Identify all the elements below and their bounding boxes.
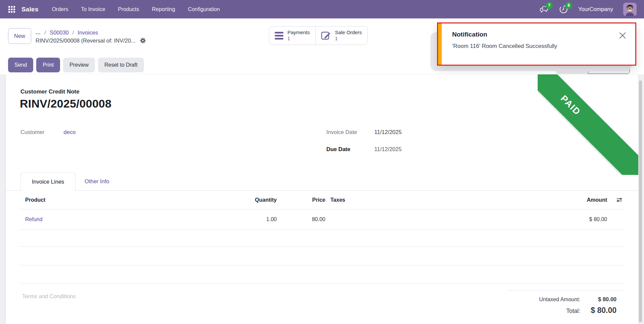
- notification-message: 'Room 116' Room Cancelled Successfully: [452, 43, 557, 50]
- invoice-form-sheet: PAID Customer Credit Note RINV/2025/0000…: [6, 74, 638, 324]
- menu-to-invoice[interactable]: To Invoice: [81, 6, 105, 12]
- messages-count-badge: 7: [546, 2, 553, 9]
- breadcrumb-link-invoices[interactable]: Invoices: [78, 29, 98, 36]
- list-bars-icon: [275, 32, 283, 40]
- breadcrumb-area: New ... / S00030 / Invoices RINV/2025/00…: [8, 28, 146, 45]
- app-title[interactable]: Sales: [21, 6, 39, 13]
- invoice-lines-table: Product Quantity Price Taxes Amount Refu…: [19, 191, 625, 283]
- activities-button[interactable]: 8: [559, 5, 568, 14]
- total-label: Total:: [566, 308, 580, 315]
- preview-button[interactable]: Preview: [63, 58, 95, 72]
- payments-smart-button[interactable]: Payments 1: [269, 26, 315, 45]
- user-avatar[interactable]: [623, 3, 637, 16]
- avatar-image: [623, 3, 637, 16]
- breadcrumb-current-record: RINV/2025/00008 (Reversal of: INV/20...: [36, 38, 136, 44]
- invoice-date-value[interactable]: 11/12/2025: [374, 129, 401, 135]
- untaxed-amount-label: Untaxed Amount:: [539, 297, 580, 303]
- breadcrumb-collapse[interactable]: ...: [36, 31, 41, 34]
- menu-products[interactable]: Products: [118, 6, 139, 12]
- tab-other-info[interactable]: Other Info: [75, 172, 118, 190]
- column-options-icon: [616, 197, 623, 203]
- activities-count-badge: 8: [565, 2, 572, 9]
- column-price: Price: [277, 197, 325, 203]
- close-icon: [618, 31, 627, 40]
- due-date-value[interactable]: 11/12/2025: [374, 146, 401, 152]
- apps-menu-button[interactable]: [5, 2, 19, 16]
- navbar-right: 7 8 YourCompany: [539, 3, 639, 16]
- main-menu: Orders To Invoice Products Reporting Con…: [52, 6, 220, 12]
- notification-close-button[interactable]: [618, 31, 627, 40]
- cell-product[interactable]: Refund: [19, 216, 236, 222]
- sale-orders-label: Sale Orders: [335, 29, 362, 36]
- action-buttons: Send Print Preview Reset to Draft: [8, 58, 144, 72]
- notebook-tabs: Invoice Lines Other Info: [6, 172, 638, 191]
- total-value: $ 80.00: [580, 306, 625, 315]
- table-header: Product Quantity Price Taxes Amount: [19, 191, 625, 209]
- totals-panel: Untaxed Amount: $ 80.00 Total: $ 80.00: [507, 290, 625, 315]
- paid-ribbon: PAID: [538, 74, 638, 175]
- notification-title: Notification: [452, 31, 487, 38]
- breadcrumb-link-s00030[interactable]: S00030: [50, 29, 69, 36]
- menu-reporting[interactable]: Reporting: [152, 6, 175, 12]
- column-quantity: Quantity: [236, 197, 277, 203]
- notification-toast: Notification 'Room 116' Room Cancelled S…: [437, 22, 636, 66]
- menu-configuration[interactable]: Configuration: [188, 6, 220, 12]
- cell-amount: $ 80.00: [480, 216, 607, 222]
- menu-orders[interactable]: Orders: [52, 6, 68, 12]
- gear-icon[interactable]: [140, 38, 146, 44]
- cell-quantity[interactable]: 1.00: [236, 216, 277, 222]
- breadcrumb-separator: /: [72, 29, 74, 36]
- invoice-date-label: Invoice Date: [326, 129, 374, 135]
- smart-buttons: Payments 1 Sale Orders 1: [269, 26, 368, 45]
- document-name: RINV/2025/00008: [20, 97, 111, 110]
- column-taxes: Taxes: [325, 197, 480, 203]
- payments-count: 1: [287, 36, 310, 42]
- top-navbar: Sales Orders To Invoice Products Reporti…: [0, 0, 644, 18]
- notification-warning-stripe: [438, 23, 442, 65]
- untaxed-amount-value: $ 80.00: [580, 296, 625, 303]
- document-type-label: Customer Credit Note: [20, 88, 79, 95]
- tab-invoice-lines[interactable]: Invoice Lines: [20, 172, 75, 191]
- cell-price[interactable]: 80.00: [277, 216, 325, 222]
- column-product: Product: [19, 197, 236, 203]
- breadcrumb: ... / S00030 / Invoices RINV/2025/00008 …: [36, 28, 146, 45]
- empty-table-row: [19, 265, 625, 283]
- customer-label: Customer: [20, 129, 45, 135]
- apps-grid-icon: [8, 6, 15, 13]
- send-button[interactable]: Send: [8, 58, 33, 72]
- messages-button[interactable]: 7: [539, 5, 549, 14]
- sale-orders-count: 1: [335, 36, 362, 42]
- column-amount: Amount: [480, 197, 607, 203]
- vertical-scrollbar[interactable]: [639, 80, 642, 322]
- optional-columns-button[interactable]: [607, 197, 625, 203]
- payments-label: Payments: [287, 29, 310, 36]
- company-switcher[interactable]: YourCompany: [578, 6, 613, 12]
- new-button[interactable]: New: [8, 28, 31, 44]
- reset-to-draft-button[interactable]: Reset to Draft: [98, 58, 144, 72]
- table-row[interactable]: Refund 1.00 80.00 $ 80.00: [19, 209, 625, 230]
- breadcrumb-separator: /: [45, 29, 46, 36]
- terms-and-conditions-placeholder[interactable]: Terms and Conditions: [22, 293, 76, 300]
- due-date-label: Due Date: [326, 146, 374, 152]
- empty-table-row: [19, 247, 625, 265]
- sale-orders-smart-button[interactable]: Sale Orders 1: [315, 26, 367, 45]
- print-button[interactable]: Print: [36, 58, 60, 72]
- edit-pencil-icon: [321, 31, 331, 40]
- customer-value-link[interactable]: deco: [64, 129, 76, 135]
- ribbon-container: PAID: [538, 74, 638, 175]
- empty-table-row: [19, 230, 625, 247]
